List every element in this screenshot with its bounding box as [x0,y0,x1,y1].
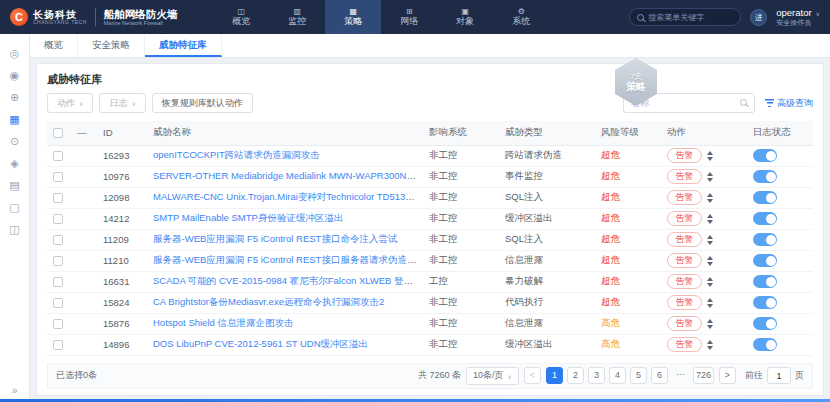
threat-id: 10976 [97,166,147,187]
log-status-toggle[interactable] [753,338,777,351]
action-stepper-icon[interactable] [707,319,713,329]
log-status-toggle[interactable] [753,170,777,183]
action-stepper-icon[interactable] [707,277,713,287]
threat-id: 16631 [97,271,147,292]
threat-name-link[interactable]: openITCOCKPIT跨站请求伪造漏洞攻击 [153,149,320,160]
threat-name-link[interactable]: 服务器-WEB应用漏洞 F5 iControl REST接口命令注入尝试 [153,233,397,244]
threat-name-link[interactable]: MALWARE-CNC Unix.Trojan.Mirai变种对Technico… [153,191,423,202]
row-checkbox[interactable] [53,256,63,266]
restore-default-actions-button[interactable]: 恢复规则库默认动作 [152,93,253,113]
threat-name-link[interactable]: SMTP MailEnable SMTP身份验证缓冲区溢出 [153,212,343,223]
threat-type: 信息泄露 [499,250,595,271]
threat-name-link[interactable]: 服务器-WEB应用漏洞 F5 iControl REST接口服务器请求伪造(SS… [153,254,423,265]
row-checkbox[interactable] [53,151,63,161]
nav-overview[interactable]: ◫概览 [213,0,269,34]
page-button-1[interactable]: 1 [546,367,563,384]
page-size-select[interactable]: 10条/页 [466,367,519,385]
row-checkbox[interactable] [53,340,63,350]
shield-icon[interactable]: ◈ [0,152,30,174]
page-button-6[interactable]: 6 [651,367,668,384]
threat-name-link[interactable]: DOS LibuPnP CVE-2012-5961 ST UDN缓冲区溢出 [153,338,368,349]
app-body: ◎◉⊕▦⊙◈▤▢◫ » 概览安全策略威胁特征库 7天 策略 威胁特征库 动作 [0,34,830,402]
action-stepper-icon[interactable] [707,235,713,245]
action-select[interactable]: 告警 [667,295,702,310]
select-all-checkbox[interactable] [53,128,63,138]
globe-icon[interactable]: ⊕ [0,86,30,108]
risk-level: 高危 [595,313,661,334]
page-button-2[interactable]: 2 [567,367,584,384]
action-stepper-icon[interactable] [707,193,713,203]
expand-cell [71,166,97,187]
radar-icon[interactable]: ◉ [0,64,30,86]
action-stepper-icon[interactable] [707,172,713,182]
page-button-3[interactable]: 3 [588,367,605,384]
action-stepper-icon[interactable] [707,256,713,266]
action-select[interactable]: 告警 [667,211,702,226]
action-select[interactable]: 告警 [667,169,702,184]
tab-security-policy[interactable]: 安全策略 [78,34,145,57]
action-dropdown[interactable]: 动作 [47,93,93,113]
nav-policy[interactable]: ▦策略 [325,0,381,34]
log-status-toggle[interactable] [753,275,777,288]
window-icon[interactable]: ◫ [0,218,30,240]
row-checkbox[interactable] [53,277,63,287]
row-checkbox[interactable] [53,172,63,182]
action-stepper-icon[interactable] [707,340,713,350]
page-button-726[interactable]: 726 [693,367,714,384]
action-stepper-icon[interactable] [707,214,713,224]
action-select[interactable]: 告警 [667,232,702,247]
toolbar: 动作 日志 恢复规则库默认动作 [37,92,823,121]
nav-network[interactable]: ⊞网络 [381,0,437,34]
tab-overview[interactable]: 概览 [30,34,78,57]
sidebar-expand-icon[interactable]: » [11,384,17,396]
log-status-toggle[interactable] [753,296,777,309]
log-status-toggle[interactable] [753,149,777,162]
target-icon[interactable]: ⊙ [0,130,30,152]
log-status-toggle[interactable] [753,233,777,246]
next-page-button[interactable]: > [719,367,736,384]
action-select[interactable]: 告警 [667,253,702,268]
user-menu[interactable]: operator 安全操作员 [776,7,820,27]
row-checkbox[interactable] [53,214,63,224]
document-icon[interactable]: ▢ [0,196,30,218]
threat-name-link[interactable]: SCADA 可能的 CVE-2015-0984 霍尼韦尔Falcon XLWEB… [153,275,423,286]
left-sidebar: ◎◉⊕▦⊙◈▤▢◫ » [0,34,30,402]
action-stepper-icon[interactable] [707,151,713,161]
log-dropdown[interactable]: 日志 [99,93,145,113]
action-select[interactable]: 告警 [667,337,702,352]
risk-level: 超危 [595,187,661,208]
goto-page-input[interactable] [767,367,791,384]
table-row: 16631SCADA 可能的 CVE-2015-0984 霍尼韦尔Falcon … [47,271,813,292]
log-status-toggle[interactable] [753,254,777,267]
menu-search-input[interactable] [648,13,733,22]
policy-library-icon[interactable]: ▦ [0,108,30,130]
prev-page-button[interactable]: < [524,367,541,384]
log-status-toggle[interactable] [753,212,777,225]
page-button-4[interactable]: 4 [609,367,626,384]
server-icon[interactable]: ▤ [0,174,30,196]
threat-name-link[interactable]: Hotspot Shield 信息泄露企图攻击 [153,317,293,328]
action-select[interactable]: 告警 [667,148,702,163]
threat-type: SQL注入 [499,187,595,208]
nav-system[interactable]: ⚙系统 [493,0,549,34]
product-block: 船舶网络防火墙 Marine Network Firewall [104,8,178,26]
log-status-toggle[interactable] [753,317,777,330]
row-checkbox[interactable] [53,298,63,308]
threat-name-link[interactable]: SERVER-OTHER Mediabridge Medialink MWN-W… [153,170,423,181]
advanced-query-link[interactable]: 高级查询 [765,97,813,110]
action-select[interactable]: 告警 [667,190,702,205]
action-select[interactable]: 告警 [667,274,702,289]
action-select[interactable]: 告警 [667,316,702,331]
row-checkbox[interactable] [53,193,63,203]
nav-monitor[interactable]: ▥监控 [269,0,325,34]
page-button-5[interactable]: 5 [630,367,647,384]
dashboard-icon[interactable]: ◎ [0,42,30,64]
row-checkbox[interactable] [53,235,63,245]
threat-name-link[interactable]: CA Brightstor备份Mediasvr.exe远程命令执行漏洞攻击2 [153,296,384,307]
action-stepper-icon[interactable] [707,298,713,308]
log-status-toggle[interactable] [753,191,777,204]
row-checkbox[interactable] [53,319,63,329]
nav-objects[interactable]: ▣对象 [437,0,493,34]
header-badge[interactable]: 进 [750,9,767,26]
tab-threat-signatures[interactable]: 威胁特征库 [145,34,222,57]
